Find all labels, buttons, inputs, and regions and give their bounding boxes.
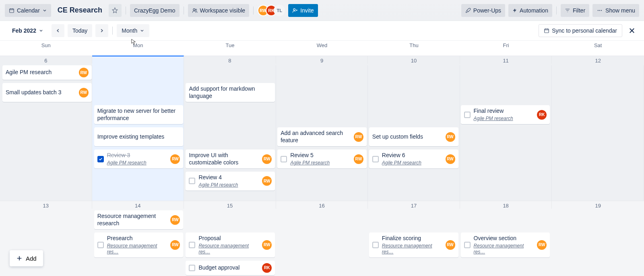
date-cell[interactable]: 9 xyxy=(276,56,368,64)
checkbox[interactable] xyxy=(97,242,104,248)
org-button[interactable]: CrazyEgg Demo xyxy=(130,4,180,17)
event-card[interactable]: Review 4 Agile PM research RW xyxy=(186,172,275,191)
date-cell[interactable]: 12 xyxy=(552,56,644,64)
event-card[interactable]: Resource management research RW xyxy=(94,210,184,229)
event-card[interactable]: Add support for markdown language xyxy=(186,83,275,102)
date-cell[interactable]: 13 xyxy=(0,201,92,209)
granularity-label: Month xyxy=(122,27,137,34)
event-list-link[interactable]: Resource management res… xyxy=(107,243,167,255)
date-cell[interactable]: 10 xyxy=(368,56,460,64)
event-card[interactable]: Budget approval RK xyxy=(186,261,275,275)
event-list-link[interactable]: Agile PM research xyxy=(107,160,167,166)
event-list-link[interactable]: Resource management res… xyxy=(198,243,259,255)
event-list-link[interactable]: Agile PM research xyxy=(198,182,259,188)
month-picker[interactable]: Feb 2022 xyxy=(6,24,48,37)
avatar: RW xyxy=(446,240,455,250)
star-button[interactable] xyxy=(109,4,122,17)
event-card[interactable]: Improve UI with customizable colors RW xyxy=(186,149,275,168)
granularity-picker[interactable]: Month xyxy=(117,24,149,37)
board-members[interactable]: RW RK TL xyxy=(258,5,285,16)
show-menu-button[interactable]: Show menu xyxy=(592,4,639,17)
event-list-link[interactable]: Agile PM research xyxy=(474,116,534,122)
sync-calendar-button[interactable]: Sync to personal calendar xyxy=(539,24,622,37)
svg-point-3 xyxy=(293,8,295,10)
prev-period[interactable] xyxy=(52,24,64,37)
svg-point-5 xyxy=(599,10,600,10)
avatar: RW xyxy=(170,240,180,250)
checkbox[interactable] xyxy=(464,242,471,248)
divider xyxy=(253,6,254,15)
event-title: Review 4 Agile PM research xyxy=(198,174,259,188)
event-card[interactable]: Set up custom fields RW xyxy=(369,127,458,146)
avatar[interactable]: TL xyxy=(274,5,285,16)
today-button[interactable]: Today xyxy=(68,24,92,37)
calendar-toolbar: Feb 2022 Today Month Sync to personal ca… xyxy=(0,21,644,40)
date-cell[interactable]: 17 xyxy=(368,201,460,209)
event-card[interactable]: Review 6 Agile PM research RW xyxy=(369,149,458,168)
event-card[interactable]: Agile PM research RW xyxy=(2,65,92,80)
event-list-link[interactable]: Agile PM research xyxy=(290,160,351,166)
event-card[interactable]: Final review Agile PM research RK xyxy=(461,105,550,124)
plus-icon xyxy=(16,255,23,261)
workspace-visibility[interactable]: Workspace visible xyxy=(188,4,250,17)
checkbox[interactable] xyxy=(189,242,195,248)
event-card[interactable]: Improve existing templates xyxy=(94,127,184,146)
org-label: CrazyEgg Demo xyxy=(134,7,175,14)
filter-button[interactable]: Filter xyxy=(561,4,589,17)
avatar: RK xyxy=(537,110,547,120)
checkbox[interactable] xyxy=(189,178,195,184)
checkbox[interactable] xyxy=(372,242,379,248)
date-cell[interactable]: 18 xyxy=(460,201,552,209)
filter-label: Filter xyxy=(573,7,585,14)
divider xyxy=(184,6,184,15)
view-switcher[interactable]: Calendar xyxy=(5,4,51,17)
event-list-link[interactable]: Resource management res… xyxy=(474,243,534,255)
powerups-button[interactable]: Power-Ups xyxy=(461,4,505,17)
avatar: RW xyxy=(262,154,272,164)
sync-label: Sync to personal calendar xyxy=(552,27,617,34)
date-cell[interactable]: 8 xyxy=(184,56,276,64)
board-title[interactable]: CE Research xyxy=(54,6,105,15)
event-card[interactable]: Add an advanced search feature RW xyxy=(277,127,367,146)
date-cell[interactable]: 15 xyxy=(184,201,276,209)
invite-label: Invite xyxy=(300,7,314,14)
event-card[interactable]: Small updates batch 3 RW xyxy=(2,83,92,102)
avatar: RW xyxy=(79,68,89,77)
event-title: Improve UI with customizable colors xyxy=(189,152,259,166)
event-title: Set up custom fields xyxy=(372,133,442,141)
checkbox[interactable] xyxy=(464,112,471,118)
event-list-link[interactable]: Agile PM research xyxy=(382,160,442,166)
event-title: Review 6 Agile PM research xyxy=(382,152,442,166)
automation-button[interactable]: Automation xyxy=(508,4,552,17)
next-period[interactable] xyxy=(95,24,108,37)
today-label: Today xyxy=(72,27,87,34)
add-card-button[interactable]: Add xyxy=(10,250,43,266)
date-cell-today[interactable]: 7 xyxy=(92,56,184,64)
event-card[interactable]: Proposal Resource management res… RW xyxy=(186,232,275,257)
chevron-right-icon xyxy=(99,28,105,33)
event-card[interactable]: Presearch Resource management res… RW xyxy=(94,232,184,257)
event-card[interactable]: Migrate to new server for better perform… xyxy=(94,105,184,124)
event-card[interactable]: Finalize scoring Resource management res… xyxy=(369,232,458,257)
date-cell[interactable]: 16 xyxy=(276,201,368,209)
event-title: Finalize scoring Resource management res… xyxy=(382,235,442,255)
close-calendar[interactable] xyxy=(625,24,638,37)
event-title: Small updates batch 3 xyxy=(6,89,76,96)
user-plus-icon xyxy=(292,8,298,13)
event-list-link[interactable]: Resource management res… xyxy=(382,243,442,255)
svg-point-4 xyxy=(598,10,599,10)
event-title: Review 5 Agile PM research xyxy=(290,152,351,166)
invite-button[interactable]: Invite xyxy=(288,4,318,17)
date-cell[interactable]: 14 xyxy=(92,201,184,209)
date-cell[interactable]: 19 xyxy=(552,201,644,209)
checkbox-checked[interactable] xyxy=(97,156,104,162)
event-card[interactable]: Review 3 Agile PM research RW xyxy=(94,149,184,168)
event-card[interactable]: Overview section Resource management res… xyxy=(461,232,550,257)
date-cell[interactable]: 6 xyxy=(0,56,92,64)
checkbox[interactable] xyxy=(372,156,379,162)
date-cell[interactable]: 11 xyxy=(460,56,552,64)
weekday-label: Sat xyxy=(552,41,644,51)
event-card[interactable]: Review 5 Agile PM research RW xyxy=(277,149,367,168)
checkbox[interactable] xyxy=(281,156,287,162)
checkbox[interactable] xyxy=(189,265,195,271)
